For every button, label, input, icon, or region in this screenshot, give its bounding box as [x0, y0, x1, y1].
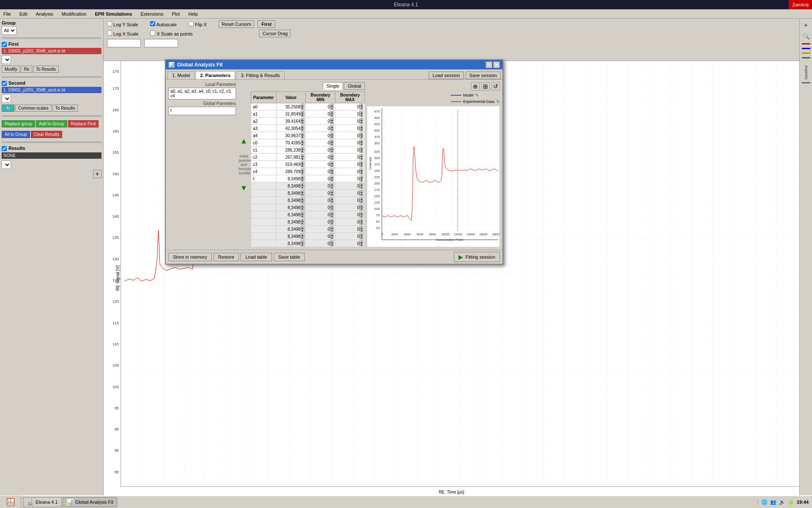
param-max-input[interactable]: [336, 141, 359, 145]
taskbar-eleana[interactable]: 🔬 Eleana 4.1: [23, 497, 62, 507]
spin-down[interactable]: ▼: [330, 222, 334, 225]
arrow-up-button[interactable]: ▲: [239, 137, 249, 146]
spin-down[interactable]: ▼: [359, 114, 363, 117]
spin-up[interactable]: ▲: [359, 176, 363, 179]
spin-down[interactable]: ▼: [359, 215, 363, 218]
param-min-input[interactable]: [307, 162, 330, 167]
spin-up[interactable]: ▲: [301, 125, 304, 128]
param-max-input[interactable]: [336, 205, 359, 210]
spin-up[interactable]: ▲: [301, 168, 304, 171]
spin-up[interactable]: ▲: [359, 197, 363, 200]
spin-down[interactable]: ▼: [330, 193, 334, 196]
param-value-input[interactable]: [277, 162, 301, 167]
menu-analysis[interactable]: Analysis: [34, 11, 55, 17]
modify-button[interactable]: Modify: [2, 66, 20, 73]
spin-down[interactable]: ▼: [359, 200, 363, 203]
spin-down[interactable]: ▼: [301, 193, 304, 196]
param-min-input[interactable]: [307, 177, 330, 181]
results-add-button[interactable]: +: [93, 170, 102, 178]
param-min-input[interactable]: [307, 155, 330, 160]
save-session-button[interactable]: Save session: [466, 72, 501, 79]
spin-down[interactable]: ▼: [301, 150, 304, 153]
param-value-input[interactable]: [277, 241, 301, 246]
spin-down[interactable]: ▼: [301, 236, 304, 239]
param-max-input[interactable]: [336, 227, 359, 232]
spin-down[interactable]: ▼: [301, 121, 304, 124]
spin-down[interactable]: ▼: [301, 128, 304, 131]
store-memory-button[interactable]: Store in memory: [168, 253, 212, 261]
results-checkbox[interactable]: [2, 146, 7, 151]
log-x-checkbox[interactable]: [107, 30, 112, 36]
spin-up[interactable]: ▲: [330, 212, 334, 215]
param-value-input[interactable]: [277, 191, 301, 196]
spin-up[interactable]: ▲: [330, 190, 334, 193]
param-min-input[interactable]: [307, 119, 330, 124]
spin-down[interactable]: ▼: [359, 229, 363, 232]
param-min-input[interactable]: [307, 205, 330, 210]
close-button[interactable]: Zamknij: [789, 0, 812, 9]
spin-up[interactable]: ▲: [330, 118, 334, 121]
param-min-input[interactable]: [307, 112, 330, 116]
global-params-value[interactable]: t: [168, 107, 236, 115]
param-value-input[interactable]: [277, 198, 301, 203]
spin-down[interactable]: ▼: [301, 200, 304, 203]
spin-up[interactable]: ▲: [359, 140, 363, 143]
menu-help[interactable]: Help: [187, 11, 200, 17]
spin-up[interactable]: ▲: [359, 118, 363, 121]
spin-down[interactable]: ▼: [330, 157, 334, 160]
spin-down[interactable]: ▼: [301, 143, 304, 146]
spin-up[interactable]: ▲: [359, 125, 363, 128]
param-max-input[interactable]: [336, 119, 359, 124]
spin-up[interactable]: ▲: [301, 226, 304, 229]
tab-parameters[interactable]: 2. Parameters: [195, 71, 235, 79]
load-session-button[interactable]: Load session: [429, 72, 464, 79]
re-button[interactable]: Re: [21, 66, 32, 73]
coord-x-input[interactable]: 3482,59: [107, 39, 141, 47]
log-y-checkbox[interactable]: [107, 21, 112, 26]
spin-up[interactable]: ▲: [301, 154, 304, 157]
spin-down[interactable]: ▼: [330, 143, 334, 146]
param-max-input[interactable]: [336, 126, 359, 131]
param-max-input[interactable]: [336, 198, 359, 203]
param-max-input[interactable]: [336, 148, 359, 152]
to-results-button2[interactable]: To Results: [52, 105, 78, 112]
param-value-input[interactable]: [277, 133, 301, 138]
plus-icon[interactable]: +: [801, 20, 811, 30]
add-to-group-button[interactable]: Add to Group: [36, 120, 67, 127]
spin-down[interactable]: ▼: [359, 157, 363, 160]
param-min-input[interactable]: [307, 105, 330, 109]
spin-up[interactable]: ▲: [359, 133, 363, 135]
results-dropdown[interactable]: [2, 160, 11, 169]
chart-tool-2[interactable]: ⊞: [481, 82, 490, 91]
spin-down[interactable]: ▼: [359, 222, 363, 225]
first-button[interactable]: First: [258, 20, 275, 28]
menu-edit[interactable]: Edit: [18, 11, 29, 17]
menu-epr[interactable]: EPR Simulations: [93, 11, 134, 17]
spin-up[interactable]: ▲: [301, 118, 304, 121]
single-tab-button[interactable]: Single: [323, 82, 343, 90]
spin-up[interactable]: ▲: [330, 125, 334, 128]
refresh-button[interactable]: ↻: [2, 105, 14, 112]
spin-down[interactable]: ▼: [330, 179, 334, 182]
reset-cursors-button[interactable]: Reset Cursors: [219, 20, 254, 28]
spin-up[interactable]: ▲: [330, 104, 334, 107]
param-max-input[interactable]: [336, 133, 359, 138]
param-min-input[interactable]: [307, 213, 330, 217]
all-to-group-button[interactable]: All to Group: [2, 131, 30, 138]
spin-down[interactable]: ▼: [330, 215, 334, 218]
spin-down[interactable]: ▼: [359, 193, 363, 196]
spin-up[interactable]: ▲: [301, 161, 304, 164]
spin-down[interactable]: ▼: [359, 107, 363, 110]
spin-up[interactable]: ▲: [330, 176, 334, 179]
spin-down[interactable]: ▼: [330, 236, 334, 239]
spin-up[interactable]: ▲: [330, 240, 334, 243]
spin-up[interactable]: ▲: [301, 147, 304, 150]
spin-up[interactable]: ▲: [301, 197, 304, 200]
param-value-input[interactable]: [277, 155, 301, 160]
param-max-input[interactable]: [336, 213, 359, 217]
spin-down[interactable]: ▼: [359, 164, 363, 167]
param-min-input[interactable]: [307, 234, 330, 239]
spin-up[interactable]: ▲: [330, 183, 334, 186]
param-value-input[interactable]: [277, 112, 301, 116]
second-checkbox[interactable]: [2, 81, 7, 86]
